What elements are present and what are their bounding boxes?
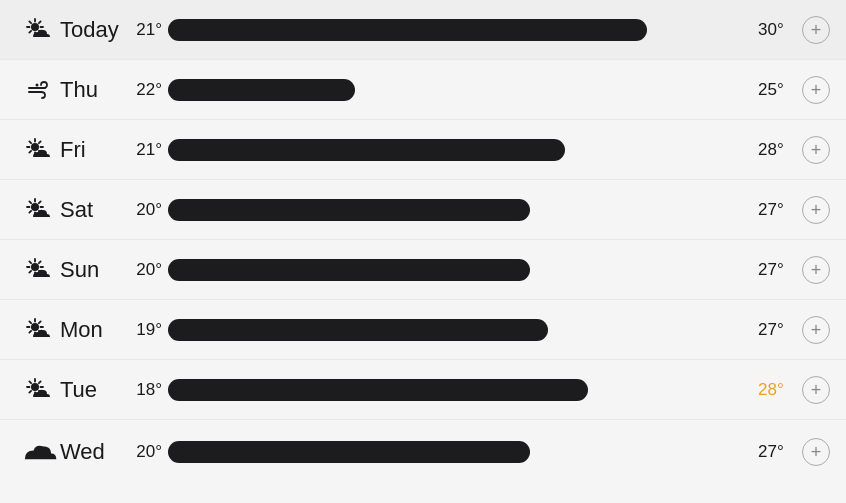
svg-line-55 <box>39 381 41 383</box>
expand-button-sat[interactable]: + <box>802 196 830 224</box>
svg-line-29 <box>29 210 31 212</box>
svg-point-0 <box>31 23 39 31</box>
temp-bar-sun <box>168 259 530 281</box>
svg-point-9 <box>36 83 39 86</box>
weather-icon-sun <box>16 255 60 285</box>
bar-container-thu <box>168 79 752 101</box>
svg-line-7 <box>39 21 41 23</box>
temp-min-thu: 22° <box>130 80 168 100</box>
expand-button-wed[interactable]: + <box>802 438 830 466</box>
temp-bar-mon <box>168 319 548 341</box>
svg-line-28 <box>39 201 41 203</box>
bar-container-fri <box>168 139 752 161</box>
weather-list: Today 21° 30° + Thu 22° 25° + <box>0 0 846 484</box>
weather-row-sat: Sat 20° 27° + <box>0 180 846 240</box>
weather-icon-wed <box>16 430 60 474</box>
svg-line-19 <box>39 141 41 143</box>
weather-icon-thu <box>16 75 60 105</box>
day-label-sat: Sat <box>60 197 130 223</box>
expand-button-tue[interactable]: + <box>802 376 830 404</box>
temp-bar-tue <box>168 379 588 401</box>
temp-bar-fri <box>168 139 565 161</box>
temp-max-sun: 27° <box>752 260 790 280</box>
svg-point-30 <box>31 263 39 271</box>
svg-line-44 <box>29 321 31 323</box>
temp-max-sat: 27° <box>752 200 790 220</box>
weather-icon-mon <box>16 315 60 345</box>
svg-line-38 <box>29 270 31 272</box>
day-label-thu: Thu <box>60 77 130 103</box>
svg-point-12 <box>31 143 39 151</box>
temp-max-fri: 28° <box>752 140 790 160</box>
svg-line-8 <box>29 30 31 32</box>
weather-row-sun: Sun 20° 27° + <box>0 240 846 300</box>
svg-point-48 <box>31 383 39 391</box>
svg-line-46 <box>39 321 41 323</box>
day-label-sun: Sun <box>60 257 130 283</box>
bar-container-sun <box>168 259 752 281</box>
expand-button-mon[interactable]: + <box>802 316 830 344</box>
expand-button-thu[interactable]: + <box>802 76 830 104</box>
weather-icon-today <box>16 15 60 45</box>
weather-row-mon: Mon 19° 27° + <box>0 300 846 360</box>
svg-point-21 <box>31 203 39 211</box>
temp-bar-sat <box>168 199 530 221</box>
day-label-mon: Mon <box>60 317 130 343</box>
svg-line-35 <box>29 261 31 263</box>
bar-container-tue <box>168 379 752 401</box>
svg-point-39 <box>31 323 39 331</box>
temp-max-mon: 27° <box>752 320 790 340</box>
temp-max-today: 30° <box>752 20 790 40</box>
temp-bar-thu <box>168 79 355 101</box>
svg-line-17 <box>29 141 31 143</box>
weather-icon-fri <box>16 135 60 165</box>
day-label-tue: Tue <box>60 377 130 403</box>
temp-min-sat: 20° <box>130 200 168 220</box>
temp-min-wed: 20° <box>130 442 168 462</box>
bar-container-wed <box>168 441 752 463</box>
bar-container-today <box>168 19 752 41</box>
temp-bar-today <box>168 19 647 41</box>
expand-button-fri[interactable]: + <box>802 136 830 164</box>
temp-min-sun: 20° <box>130 260 168 280</box>
temp-min-mon: 19° <box>130 320 168 340</box>
day-label-fri: Fri <box>60 137 130 163</box>
bar-container-sat <box>168 199 752 221</box>
weather-row-wed: Wed 20° 27° + <box>0 420 846 484</box>
weather-icon-sat <box>16 195 60 225</box>
temp-min-today: 21° <box>130 20 168 40</box>
expand-button-sun[interactable]: + <box>802 256 830 284</box>
svg-line-47 <box>29 330 31 332</box>
temp-min-fri: 21° <box>130 140 168 160</box>
weather-row-thu: Thu 22° 25° + <box>0 60 846 120</box>
svg-line-56 <box>29 390 31 392</box>
expand-button-today[interactable]: + <box>802 16 830 44</box>
svg-line-26 <box>29 201 31 203</box>
temp-max-tue: 28° <box>752 380 790 400</box>
svg-line-37 <box>39 261 41 263</box>
svg-line-20 <box>29 150 31 152</box>
day-label-wed: Wed <box>60 439 130 465</box>
temp-max-wed: 27° <box>752 442 790 462</box>
weather-row-today: Today 21° 30° + <box>0 0 846 60</box>
temp-bar-wed <box>168 441 530 463</box>
svg-line-5 <box>29 21 31 23</box>
weather-row-tue: Tue 18° 28° + <box>0 360 846 420</box>
svg-line-53 <box>29 381 31 383</box>
bar-container-mon <box>168 319 752 341</box>
day-label-today: Today <box>60 17 130 43</box>
temp-min-tue: 18° <box>130 380 168 400</box>
weather-icon-tue <box>16 375 60 405</box>
weather-row-fri: Fri 21° 28° + <box>0 120 846 180</box>
temp-max-thu: 25° <box>752 80 790 100</box>
